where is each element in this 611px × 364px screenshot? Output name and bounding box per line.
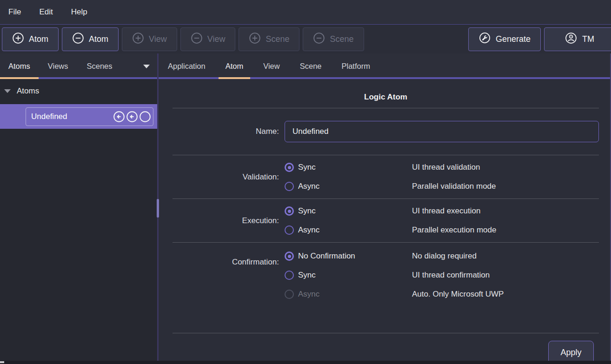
- radio-icon[interactable]: [285, 225, 294, 235]
- tab-scene[interactable]: Scene: [293, 53, 329, 79]
- option-label: Sync: [298, 271, 316, 280]
- minus-circle-icon: [313, 32, 325, 46]
- toolbar-button-label: Generate: [496, 34, 531, 44]
- plus-circle-icon: [249, 32, 261, 46]
- confirmation-option-sync: Sync UI thread confirmation: [285, 269, 599, 282]
- tab-atom[interactable]: Atom: [219, 53, 251, 79]
- menu-edit[interactable]: Edit: [39, 7, 53, 17]
- radio-icon[interactable]: [285, 182, 294, 191]
- minus-circle-icon: [72, 32, 84, 46]
- generate-button[interactable]: Generate: [468, 27, 541, 51]
- menu-file[interactable]: File: [8, 7, 21, 17]
- wrench-circle-icon: [478, 32, 491, 46]
- radio-icon[interactable]: [285, 163, 294, 172]
- tm-user-button[interactable]: TM: [544, 27, 611, 51]
- toolbar-button-label: Scene: [266, 34, 289, 44]
- tree-item-icons: [113, 111, 151, 123]
- tree-root-atoms[interactable]: Atoms: [0, 83, 157, 99]
- radio-icon[interactable]: [285, 251, 294, 261]
- add-view-button: View: [122, 27, 177, 51]
- radio-confirmation-sync[interactable]: Sync: [285, 271, 412, 280]
- remove-view-button: View: [180, 27, 236, 51]
- tab-platform[interactable]: Platform: [335, 53, 377, 79]
- radio-confirmation-none[interactable]: No Confirmation: [285, 251, 412, 261]
- option-label: No Confirmation: [298, 251, 355, 261]
- validation-section: Validation: Sync UI thread validation As…: [173, 155, 599, 199]
- panels: Atoms Views Scenes Atoms Undefined: [0, 53, 611, 364]
- name-input[interactable]: [285, 121, 599, 142]
- toolbar-button-label: Atom: [29, 34, 48, 44]
- arrow-left-circle-icon[interactable]: [113, 111, 125, 123]
- form-content: Logic Atom Name: Validation: Sync UI thr…: [159, 79, 610, 364]
- confirmation-label: Confirmation:: [173, 258, 279, 267]
- tab-label: Scene: [300, 62, 322, 71]
- form-title: Logic Atom: [173, 79, 599, 108]
- sidebar-tab-views[interactable]: Views: [39, 53, 78, 79]
- radio-icon[interactable]: [285, 206, 294, 216]
- main-tab-bar: Application Atom View Scene Platform: [159, 53, 610, 79]
- menu-help[interactable]: Help: [71, 7, 87, 17]
- user-circle-icon: [565, 32, 578, 47]
- tree-root-label: Atoms: [17, 86, 39, 96]
- name-row: Name:: [173, 108, 599, 155]
- option-description: UI thread execution: [412, 206, 599, 216]
- option-description: UI thread validation: [412, 163, 599, 172]
- scrollbar-grip[interactable]: [0, 361, 4, 363]
- confirmation-section: Confirmation: No Confirmation No dialog …: [173, 242, 599, 307]
- tab-view[interactable]: View: [256, 53, 286, 79]
- tab-label: View: [263, 62, 279, 71]
- radio-execution-sync[interactable]: Sync: [285, 206, 412, 216]
- option-description: UI thread confirmation: [412, 271, 599, 280]
- arrow-left-circle-icon[interactable]: [126, 111, 138, 123]
- circle-icon[interactable]: [139, 111, 151, 123]
- option-description: Parallel validation mode: [412, 182, 599, 191]
- tab-label: Views: [48, 62, 68, 71]
- tree-item-box: Undefined: [26, 107, 153, 126]
- form-footer: Apply: [173, 333, 599, 364]
- execution-label: Execution:: [173, 216, 279, 225]
- sidebar: Atoms Views Scenes Atoms Undefined: [0, 53, 157, 364]
- sidebar-tab-scenes[interactable]: Scenes: [77, 53, 121, 79]
- chevron-down-icon[interactable]: [143, 65, 150, 68]
- tab-label: Atoms: [8, 62, 30, 71]
- option-label: Sync: [298, 206, 316, 216]
- tree-item-label: Undefined: [31, 112, 67, 121]
- add-scene-button: Scene: [239, 27, 299, 51]
- toolbar-button-label: View: [149, 34, 167, 44]
- toolbar-button-label: Scene: [330, 34, 353, 44]
- validation-option-async: Async Parallel validation mode: [285, 180, 599, 193]
- splitter-handle[interactable]: [157, 199, 159, 218]
- radio-icon[interactable]: [285, 271, 294, 280]
- tab-label: Platform: [342, 62, 370, 71]
- bottom-status-strip: [0, 361, 611, 364]
- option-label: Sync: [298, 163, 316, 172]
- sidebar-tab-bar: Atoms Views Scenes: [0, 53, 157, 79]
- remove-atom-button[interactable]: Atom: [62, 27, 119, 51]
- plus-circle-icon: [132, 32, 144, 46]
- option-description: Parallel execution mode: [412, 225, 599, 235]
- menu-bar: File Edit Help: [0, 0, 611, 25]
- confirmation-option-none: No Confirmation No dialog required: [285, 250, 599, 263]
- toolbar: Atom Atom View View Scene Scene Generate…: [0, 25, 611, 53]
- expander-down-icon[interactable]: [4, 89, 11, 93]
- tab-label: Atom: [226, 62, 244, 71]
- tab-label: Scenes: [86, 62, 112, 71]
- radio-validation-sync[interactable]: Sync: [285, 163, 412, 172]
- remove-scene-button: Scene: [303, 27, 364, 51]
- tree-item-undefined[interactable]: Undefined: [0, 104, 157, 129]
- option-label: Async: [298, 225, 319, 235]
- main-panel: Application Atom View Scene Platform Log…: [159, 53, 611, 364]
- option-label: Async: [298, 290, 319, 299]
- validation-label: Validation:: [173, 172, 279, 182]
- option-description: No dialog required: [412, 251, 599, 261]
- sidebar-tab-atoms[interactable]: Atoms: [0, 53, 39, 79]
- confirmation-option-async: Async Auto. Only Microsoft UWP: [285, 288, 599, 301]
- execution-option-async: Async Parallel execution mode: [285, 224, 599, 237]
- name-label: Name:: [173, 127, 279, 136]
- tab-application[interactable]: Application: [161, 53, 213, 79]
- tab-label: Application: [168, 62, 206, 71]
- radio-validation-async[interactable]: Async: [285, 182, 412, 191]
- add-atom-button[interactable]: Atom: [2, 27, 59, 51]
- radio-execution-async[interactable]: Async: [285, 225, 412, 235]
- minus-circle-icon: [191, 32, 203, 46]
